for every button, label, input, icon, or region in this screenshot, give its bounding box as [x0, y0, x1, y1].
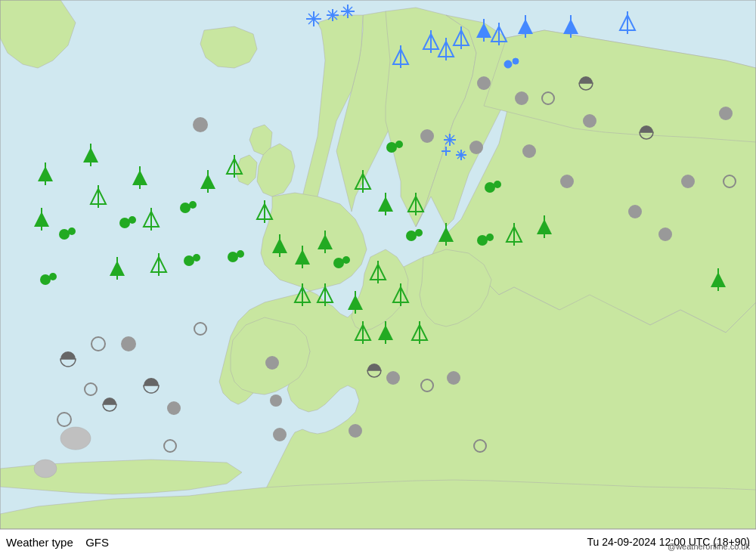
svg-point-122 — [420, 129, 434, 143]
svg-point-136 — [447, 371, 460, 385]
svg-point-126 — [522, 144, 536, 158]
watermark: @weatheronline.co.uk — [668, 542, 750, 551]
svg-point-150 — [477, 235, 488, 246]
svg-point-26 — [189, 201, 197, 209]
svg-point-44 — [237, 250, 244, 258]
svg-point-116 — [513, 58, 519, 64]
svg-point-8 — [68, 227, 76, 235]
svg-point-10 — [49, 273, 57, 280]
svg-point-23 — [119, 218, 130, 228]
svg-point-146 — [333, 258, 344, 268]
weather-label: Weather — [6, 536, 48, 549]
svg-point-118 — [121, 336, 136, 351]
type-label: type — [51, 536, 73, 549]
svg-point-130 — [658, 227, 672, 241]
svg-point-115 — [504, 60, 512, 68]
svg-point-24 — [129, 216, 136, 224]
svg-point-148 — [406, 231, 417, 241]
svg-point-71 — [386, 142, 397, 153]
svg-point-121 — [270, 395, 282, 407]
svg-point-43 — [228, 252, 238, 262]
svg-point-1 — [60, 427, 91, 450]
model-label: GFS — [85, 536, 109, 549]
weather-map — [0, 0, 756, 529]
svg-point-151 — [486, 234, 494, 241]
svg-point-134 — [386, 371, 400, 385]
svg-point-128 — [583, 114, 596, 128]
svg-point-129 — [628, 205, 642, 218]
svg-point-153 — [494, 181, 501, 188]
svg-point-27 — [184, 255, 194, 266]
svg-point-25 — [180, 203, 191, 213]
svg-point-125 — [515, 91, 528, 105]
svg-point-2 — [34, 460, 57, 478]
svg-point-28 — [193, 254, 200, 262]
map-container — [0, 0, 756, 529]
svg-point-119 — [167, 401, 181, 415]
svg-point-131 — [681, 175, 695, 188]
svg-point-135 — [349, 424, 362, 438]
svg-point-117 — [193, 117, 208, 132]
svg-point-72 — [395, 141, 403, 148]
footer: Weather type GFS Tu 24-09-2024 12:00 UTC… — [0, 529, 756, 554]
svg-point-9 — [40, 274, 51, 285]
svg-point-7 — [59, 229, 70, 240]
svg-point-133 — [273, 428, 287, 441]
footer-left: Weather type GFS — [6, 536, 109, 549]
svg-point-127 — [560, 175, 574, 188]
svg-point-152 — [485, 182, 495, 193]
svg-point-149 — [415, 229, 423, 237]
svg-point-123 — [469, 141, 483, 154]
svg-point-132 — [719, 107, 733, 120]
svg-point-147 — [342, 256, 350, 264]
svg-point-124 — [477, 76, 491, 90]
svg-point-120 — [265, 356, 279, 370]
